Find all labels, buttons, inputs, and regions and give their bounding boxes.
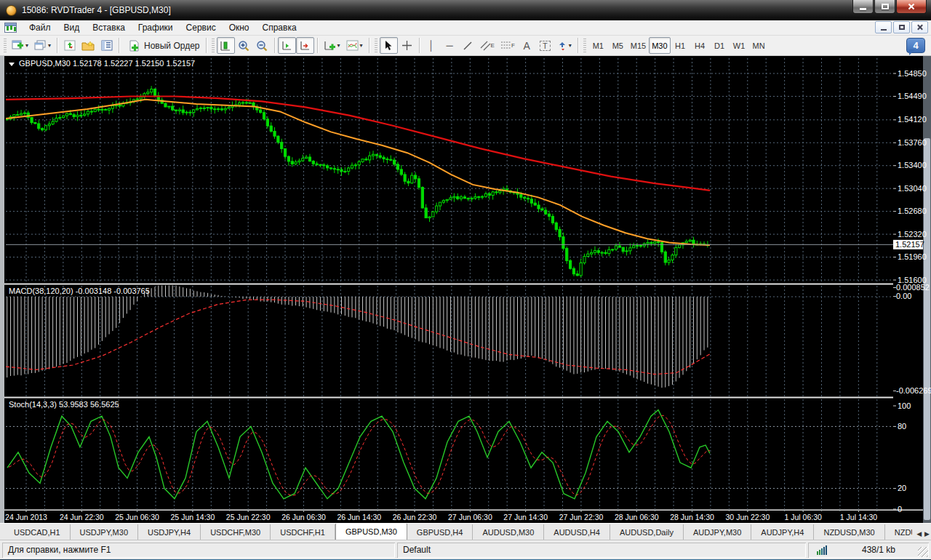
tabs-scroll-left-icon[interactable]: ◀ [916,530,922,537]
menu-tools[interactable]: Сервис [180,20,223,35]
mdi-minimize-button[interactable] [875,21,892,33]
time-axis-label: 25 Jun 22:30 [226,513,271,521]
pane-separator[interactable] [4,397,893,399]
terminal-icon [101,40,113,51]
tabs-scroll-right-icon[interactable]: ▶ [924,530,930,537]
navigator-button[interactable] [79,37,97,54]
chart-shift-icon [299,40,311,52]
vertical-line-button[interactable]: │ [423,37,441,54]
equidistant-channel-button[interactable]: E [477,37,498,54]
cursor-icon [384,40,393,51]
tab-audjpy-h4[interactable]: AUDJPY,H4 [751,524,814,540]
timeframe-h4-button[interactable]: H4 [690,37,710,54]
tab-audusd-h4[interactable]: AUDUSD,H4 [544,524,610,540]
status-help-text: Для справки, нажмите F1 [2,543,395,558]
arrows-button[interactable]: ▾ [554,37,575,54]
text-icon: A [524,40,530,52]
minimize-button[interactable] [852,0,874,14]
profiles-button[interactable]: ▾ [31,37,54,54]
minimize-icon [881,29,887,31]
price-axis-label: 1.53400 [898,161,927,169]
menu-charts[interactable]: Графики [132,20,180,35]
templates-button[interactable]: ▾ [343,37,366,54]
time-axis-label: 25 Jun 14:30 [171,513,215,521]
macd-pane-label: MACD(38,120,20) -0.003148 -0.003765 [9,287,150,295]
close-icon [908,3,915,10]
zoom-out-button[interactable] [253,37,271,54]
tab-audusd-m30[interactable]: AUDUSD,M30 [473,524,544,540]
mdi-close-button[interactable] [911,21,928,33]
fibonacci-icon [500,41,511,50]
chart-canvas[interactable]: 1.548501.544901.541201.537601.534001.530… [0,56,931,523]
market-watch-button[interactable] [60,37,79,54]
text-label-button[interactable]: T [536,37,554,54]
new-chart-button[interactable]: ▾ [9,37,31,54]
time-axis-label: 28 Jun 14:30 [670,513,714,521]
app-icon [6,5,17,16]
maximize-button[interactable] [874,0,895,14]
time-axis-label: 24 Jun 2013 [5,513,47,521]
terminal-button[interactable] [97,37,116,54]
close-button[interactable] [896,0,927,14]
tab-nzdusd-h4[interactable]: NZDUSD,H4 [885,524,912,540]
toolbar-grip[interactable] [583,39,586,53]
pane-separator[interactable] [4,284,893,285]
chevron-down-icon: ▾ [337,42,340,49]
tab-usdchf-m30[interactable]: USDCHF,M30 [201,524,271,540]
timeframe-h1-button[interactable]: H1 [671,37,690,54]
mdi-restore-button[interactable] [893,21,910,33]
tab-nzdusd-m30[interactable]: NZDUSD,M30 [814,524,884,540]
trendline-button[interactable] [459,37,477,54]
tab-usdjpy-h4[interactable]: USDJPY,H4 [138,524,201,540]
new-order-button[interactable]: Новый Ордер [122,37,202,54]
toolbar-grip[interactable] [375,39,377,53]
text-button[interactable]: A [518,37,536,54]
status-profile[interactable]: Default [397,543,806,558]
vertical-line-icon: │ [428,40,434,51]
close-icon [916,24,923,31]
tab-audusd-daily[interactable]: AUDUSD,Daily [610,524,684,540]
time-axis-label: 1 Jul 06:30 [785,513,823,521]
tab-usdjpy-m30[interactable]: USDJPY,M30 [71,524,138,540]
timeframe-d1-button[interactable]: D1 [710,37,730,54]
toolbar: ▾ ▾ Новый Ордер [0,36,931,56]
chart-window-icon[interactable] [4,23,17,33]
cursor-button[interactable] [380,37,398,54]
auto-scroll-button[interactable] [278,37,296,54]
timeframe-w1-button[interactable]: W1 [730,37,749,54]
bar-chart-button[interactable] [217,37,235,54]
channel-icon [480,41,491,51]
zoom-out-icon [256,40,268,52]
tab-audjpy-m30[interactable]: AUDJPY,M30 [684,524,751,540]
timeframe-m1-button[interactable]: M1 [588,37,608,54]
chevron-down-icon: ▾ [569,42,572,49]
tab-gbpusd-m30-active[interactable]: GBPUSD,M30 [335,524,407,540]
timeframe-m15-button[interactable]: M15 [628,37,649,54]
crosshair-button[interactable] [398,37,416,54]
resize-grip[interactable] [918,547,928,557]
zoom-in-button[interactable] [235,37,253,54]
restore-icon [899,25,905,30]
tab-usdchf-h1[interactable]: USDCHF,H1 [271,524,335,540]
scrollbar-thumb[interactable] [924,138,930,520]
tab-gbpusd-h4[interactable]: GBPUSD,H4 [407,524,474,540]
chart-shift-button[interactable] [296,37,314,54]
maximize-icon [882,4,889,9]
community-button[interactable]: 4 [906,38,925,53]
indicators-button[interactable]: ▾ [321,37,343,54]
menu-help[interactable]: Справка [256,20,303,35]
menu-file[interactable]: Файл [23,20,57,35]
menu-insert[interactable]: Вставка [86,20,132,35]
menu-view[interactable]: Вид [57,20,87,35]
horizontal-line-button[interactable]: ─ [441,37,459,54]
timeframe-mn-button[interactable]: MN [749,37,769,54]
menu-window[interactable]: Окно [223,20,256,35]
status-bar: Для справки, нажмите F1 Default 438/1 kb [0,540,931,559]
toolbar-grip[interactable] [212,39,215,53]
market-watch-icon [64,40,76,51]
timeframe-m5-button[interactable]: M5 [608,37,628,54]
fibonacci-button[interactable]: F [498,37,518,54]
tab-usdcad-h1[interactable]: USDCAD,H1 [4,524,71,540]
timeframe-m30-button[interactable]: M30 [649,37,670,54]
toolbar-grip[interactable] [4,39,7,53]
